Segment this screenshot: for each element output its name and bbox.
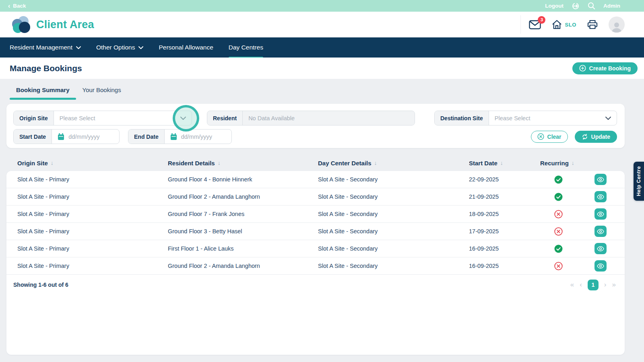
calendar-icon <box>170 133 177 140</box>
resident-value[interactable]: No Data Available <box>243 111 415 125</box>
cell-resident-details: Ground Floor 2 - Amanda Langhorn <box>168 263 318 269</box>
cell-start-date: 16-09-2025 <box>469 245 540 252</box>
recurring-check-icon <box>540 175 576 184</box>
recurring-check-icon <box>540 245 576 253</box>
clear-button[interactable]: Clear <box>531 131 568 143</box>
end-date-input: End Date dd/mm/yyyy <box>128 129 232 144</box>
sort-down-icon: ↓ <box>572 160 574 166</box>
site-code-label: SLO <box>565 22 576 28</box>
back-label: Back <box>13 3 26 9</box>
page-number-button[interactable]: 1 <box>588 280 599 290</box>
tab-booking-summary[interactable]: Booking Summary <box>10 79 76 101</box>
column-header-start-date[interactable]: Start Date ↓ <box>469 160 540 167</box>
chevron-down-icon[interactable] <box>175 111 192 125</box>
column-header-day-center-details[interactable]: Day Center Details ↓ <box>318 160 469 167</box>
cell-resident-details: Ground Floor 7 - Frank Jones <box>168 211 318 217</box>
chevron-down-icon <box>76 46 81 49</box>
destination-site-value[interactable]: Please Select <box>489 111 600 125</box>
origin-site-label: Origin Site <box>14 111 54 125</box>
column-header-resident-details[interactable]: Resident Details ↓ <box>168 160 318 167</box>
unread-count-badge: 3 <box>538 16 545 24</box>
resident-label: Resident <box>207 111 243 125</box>
nav-day-centres[interactable]: Day Centres <box>229 37 263 58</box>
recurring-cross-icon <box>540 262 576 270</box>
table-row: Slot A Site - PrimaryGround Floor 3 - Be… <box>6 223 625 240</box>
nav-personal-allowance[interactable]: Personal Allowance <box>159 37 213 58</box>
help-centre-label: Help Centre <box>636 166 642 196</box>
logout-link[interactable]: Logout <box>545 3 564 9</box>
eye-icon <box>597 246 604 251</box>
print-button[interactable] <box>587 20 598 29</box>
view-booking-button[interactable] <box>594 191 607 202</box>
logo-circles-icon <box>12 16 31 33</box>
destination-site-label: Destination Site <box>435 111 489 125</box>
cell-origin-site: Slot A Site - Primary <box>17 263 168 269</box>
view-booking-button[interactable] <box>594 243 607 254</box>
table-header-row: Origin Site ↓ Resident Details ↓ Day Cen… <box>6 155 625 171</box>
cell-day-center-details: Slot A Site - Secondary <box>318 176 469 183</box>
table-row: Slot A Site - PrimaryGround Floor 7 - Fr… <box>6 206 625 223</box>
app-title: Client Area <box>36 19 94 31</box>
clear-circle-x-icon <box>537 133 544 140</box>
sort-down-icon: ↓ <box>51 160 54 166</box>
view-booking-button[interactable] <box>594 174 607 185</box>
eye-icon <box>597 212 604 217</box>
chevron-down-icon[interactable] <box>600 111 617 125</box>
sort-down-icon: ↓ <box>500 160 503 166</box>
view-booking-button[interactable] <box>594 226 607 237</box>
admin-menu[interactable]: Admin <box>603 3 620 9</box>
sort-down-icon: ↓ <box>218 160 221 166</box>
cell-day-center-details: Slot A Site - Secondary <box>318 228 469 234</box>
pagination-row: Showing 1-6 out of 6 « ‹ 1 › » <box>6 275 625 295</box>
first-page-button[interactable]: « <box>570 281 574 289</box>
person-icon <box>611 21 623 33</box>
logout-icon[interactable] <box>572 2 580 10</box>
recurring-cross-icon <box>540 227 576 236</box>
end-date-value[interactable]: dd/mm/yyyy <box>165 130 231 144</box>
origin-site-value[interactable]: Please Select <box>54 111 175 125</box>
column-header-recurring[interactable]: Recurring ↓ <box>540 160 576 167</box>
cell-origin-site: Slot A Site - Primary <box>17 176 168 183</box>
table-row: Slot A Site - PrimaryFirst Floor 1 - Ali… <box>6 240 625 257</box>
cell-origin-site: Slot A Site - Primary <box>17 211 168 217</box>
page-title: Manage Bookings <box>10 64 82 73</box>
cell-start-date: 18-09-2025 <box>469 211 540 217</box>
cell-origin-site: Slot A Site - Primary <box>17 228 168 234</box>
app-header: Client Area 3 SLO <box>0 12 644 37</box>
user-avatar[interactable] <box>609 16 625 33</box>
last-page-button[interactable]: » <box>612 281 616 289</box>
sort-down-icon: ↓ <box>374 160 377 166</box>
update-button[interactable]: Update <box>575 131 617 143</box>
cell-day-center-details: Slot A Site - Secondary <box>318 211 469 217</box>
column-header-origin-site[interactable]: Origin Site ↓ <box>17 160 168 167</box>
apps-grid-icon[interactable] <box>628 2 636 10</box>
prev-page-button[interactable]: ‹ <box>580 281 582 289</box>
start-date-input: Start Date dd/mm/yyyy <box>13 129 120 144</box>
table-row: Slot A Site - PrimaryGround Floor 4 - Bo… <box>6 171 625 188</box>
nav-other-options[interactable]: Other Options <box>96 37 144 58</box>
create-booking-button[interactable]: Create Booking <box>572 62 638 74</box>
end-date-label: End Date <box>128 130 165 144</box>
origin-site-select: Origin Site Please Select <box>13 111 192 125</box>
cell-resident-details: Ground Floor 4 - Bonnie Hinnerk <box>168 176 318 183</box>
eye-icon <box>597 263 604 269</box>
pager: « ‹ 1 › » <box>570 280 616 290</box>
view-booking-button[interactable] <box>594 208 607 220</box>
back-button[interactable]: ‹ Back <box>8 3 26 9</box>
help-centre-tab[interactable]: Help Centre <box>634 162 644 201</box>
plus-circle-icon <box>579 65 586 72</box>
search-icon[interactable] <box>588 2 595 10</box>
cell-start-date: 16-09-2025 <box>469 263 540 269</box>
nav-resident-management[interactable]: Resident Management <box>10 37 81 58</box>
tab-bar: Booking Summary Your Bookings <box>10 79 128 101</box>
back-chevron-icon: ‹ <box>8 3 10 9</box>
start-date-value[interactable]: dd/mm/yyyy <box>52 130 119 144</box>
tab-your-bookings[interactable]: Your Bookings <box>76 79 128 101</box>
cell-start-date: 17-09-2025 <box>469 228 540 234</box>
table-row: Slot A Site - PrimaryGround Floor 2 - Am… <box>6 257 625 275</box>
messages-button[interactable]: 3 <box>529 20 541 29</box>
resident-select: Resident No Data Available <box>207 111 415 125</box>
view-booking-button[interactable] <box>594 260 607 272</box>
next-page-button[interactable]: › <box>604 281 607 289</box>
home-site-button[interactable]: SLO <box>552 20 576 29</box>
